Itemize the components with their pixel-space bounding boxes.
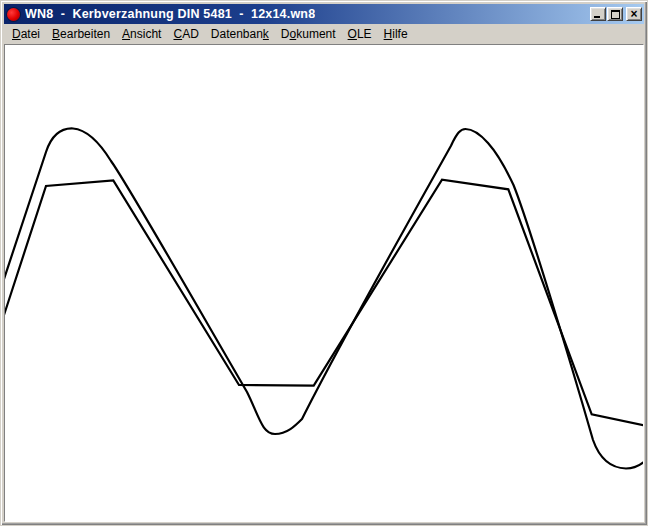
application-window: WN8 - Kerbverzahnung DIN 5481 - 12x14.wn… <box>0 0 648 526</box>
menu-label-mnemonic: D <box>12 27 21 41</box>
menu-item-datenbank[interactable]: Datenbank <box>205 25 275 44</box>
close-icon: × <box>630 9 637 20</box>
menu-label-part: LE <box>357 27 372 41</box>
menu-label-mnemonic: B <box>52 27 60 41</box>
menu-item-ole[interactable]: OLE <box>342 25 378 44</box>
menu-label-mnemonic: k <box>263 27 269 41</box>
window-controls: × <box>590 7 642 21</box>
minimize-button[interactable] <box>590 7 606 21</box>
menu-label-part: D <box>281 27 290 41</box>
menu-item-ansicht[interactable]: Ansicht <box>116 25 167 44</box>
menu-label-part: atei <box>21 27 40 41</box>
outer-tooth-profile-curve <box>5 128 643 468</box>
menu-item-datei[interactable]: Datei <box>6 25 46 44</box>
menu-item-cad[interactable]: CAD <box>167 25 204 44</box>
maximize-button[interactable] <box>607 7 623 21</box>
menu-label-mnemonic: O <box>348 27 357 41</box>
app-icon[interactable] <box>7 8 20 21</box>
menu-label-part: nsicht <box>130 27 161 41</box>
drawing-canvas <box>4 44 644 522</box>
menu-label-part: kument <box>296 27 335 41</box>
menu-item-dokument[interactable]: Dokument <box>275 25 342 44</box>
menu-bar: Datei Bearbeiten Ansicht CAD Datenbank D… <box>4 24 644 44</box>
menu-label-part: Datenban <box>211 27 263 41</box>
inner-tooth-profile-curve <box>5 180 643 427</box>
tooth-profile-drawing <box>5 45 643 521</box>
maximize-icon <box>611 10 620 19</box>
menu-label-mnemonic: A <box>122 27 130 41</box>
menu-item-bearbeiten[interactable]: Bearbeiten <box>46 25 116 44</box>
menu-label-mnemonic: C <box>173 27 182 41</box>
menu-label-mnemonic: H <box>384 27 393 41</box>
window-title: WN8 - Kerbverzahnung DIN 5481 - 12x14.wn… <box>25 4 315 24</box>
menu-label-part: ilfe <box>392 27 407 41</box>
menu-label-part: AD <box>182 27 199 41</box>
menu-label-part: earbeiten <box>60 27 110 41</box>
title-bar: WN8 - Kerbverzahnung DIN 5481 - 12x14.wn… <box>4 4 644 24</box>
close-button[interactable]: × <box>626 7 642 21</box>
menu-item-hilfe[interactable]: Hilfe <box>378 25 414 44</box>
minimize-icon <box>594 16 600 18</box>
